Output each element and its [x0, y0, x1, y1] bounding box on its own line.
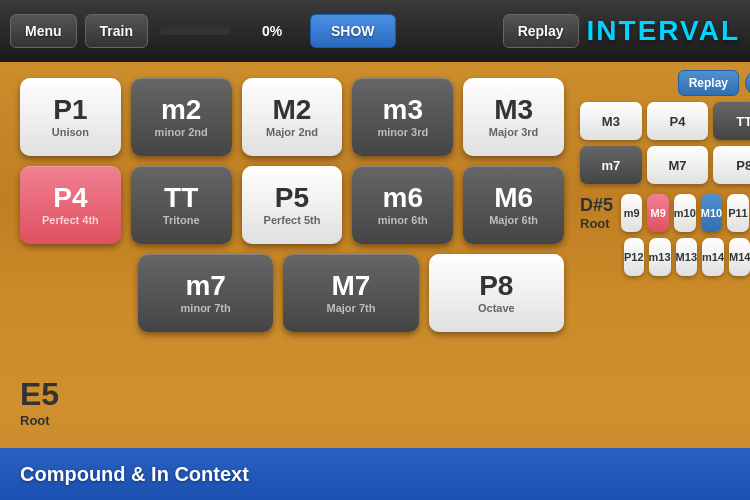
replay-button-top[interactable]: Replay	[503, 14, 579, 48]
small-btn-m10[interactable]: m10	[674, 194, 696, 232]
root-text: Root	[20, 413, 59, 428]
small-btn-P8[interactable]: P8	[713, 146, 750, 184]
interval-btn-P8[interactable]: P8 Octave	[429, 254, 564, 332]
interval-sub-label: Major 6th	[489, 214, 538, 226]
small-row-3: m9 M9 m10 M10 P11 A11	[621, 194, 750, 232]
small-btn-m13[interactable]: m13	[649, 238, 671, 276]
root-note: E5	[20, 376, 59, 413]
replay-button-small[interactable]: Replay	[678, 70, 739, 96]
interval-btn-m3[interactable]: m3 minor 3rd	[352, 78, 453, 156]
interval-main-label: M3	[494, 96, 533, 124]
interval-btn-M7[interactable]: M7 Major 7th	[283, 254, 418, 332]
replay-help-bar: Replay ?	[580, 70, 750, 96]
main-content: P1 Unison m2 minor 2nd M2 Major 2nd m3 m…	[0, 62, 750, 448]
train-button[interactable]: Train	[85, 14, 148, 48]
interval-main-label: M7	[332, 272, 371, 300]
interval-btn-P5[interactable]: P5 Perfect 5th	[242, 166, 343, 244]
interval-row-3: m7 minor 7th M7 Major 7th P8 Octave	[20, 254, 564, 332]
small-btn-m7[interactable]: m7	[580, 146, 642, 184]
interval-btn-M6[interactable]: M6 Major 6th	[463, 166, 564, 244]
interval-row-1: P1 Unison m2 minor 2nd M2 Major 2nd m3 m…	[20, 78, 564, 156]
interval-sub-label: minor 7th	[181, 302, 231, 314]
small-row-4: P12 m13 M13 m14 M14 P15	[624, 238, 750, 276]
progress-text: 0%	[242, 23, 302, 39]
left-panel: P1 Unison m2 minor 2nd M2 Major 2nd m3 m…	[0, 62, 580, 448]
interval-sub-label: Perfect 4th	[42, 214, 99, 226]
interval-main-label: TT	[164, 184, 198, 212]
d5-root-note: D#5	[580, 195, 613, 216]
compound-label: Compound & In Context	[20, 463, 249, 486]
small-btn-M7[interactable]: M7	[647, 146, 709, 184]
small-btn-m14[interactable]: m14	[702, 238, 724, 276]
interval-title: INTERVAL	[587, 15, 740, 47]
small-btn-M13[interactable]: M13	[676, 238, 697, 276]
progress-bar-container	[160, 27, 230, 35]
interval-btn-M2[interactable]: M2 Major 2nd	[242, 78, 343, 156]
d5-root-label: D#5 Root	[580, 195, 613, 231]
small-btn-P12[interactable]: P12	[624, 238, 644, 276]
interval-sub-label: minor 2nd	[155, 126, 208, 138]
interval-sub-label: Perfect 5th	[264, 214, 321, 226]
interval-sub-label: Octave	[478, 302, 515, 314]
interval-btn-M3[interactable]: M3 Major 3rd	[463, 78, 564, 156]
interval-sub-label: Major 7th	[327, 302, 376, 314]
interval-btn-TT[interactable]: TT Tritone	[131, 166, 232, 244]
right-panel: Replay ? M3 P4 TT m7 M7 P8 D#5 Root	[580, 62, 750, 448]
interval-main-label: P8	[479, 272, 513, 300]
main-background: Menu Train 0% SHOW Replay INTERVAL P1 Un…	[0, 0, 750, 500]
interval-sub-label: Tritone	[163, 214, 200, 226]
small-btn-M14[interactable]: M14	[729, 238, 750, 276]
interval-main-label: M2	[273, 96, 312, 124]
top-bar: Menu Train 0% SHOW Replay INTERVAL	[0, 0, 750, 62]
small-btn-P4[interactable]: P4	[647, 102, 709, 140]
help-button[interactable]: ?	[745, 70, 750, 96]
interval-sub-label: minor 3rd	[377, 126, 428, 138]
small-btn-TT[interactable]: TT	[713, 102, 750, 140]
menu-button[interactable]: Menu	[10, 14, 77, 48]
interval-btn-P4[interactable]: P4 Perfect 4th	[20, 166, 121, 244]
interval-btn-m6[interactable]: m6 minor 6th	[352, 166, 453, 244]
interval-main-label: P1	[53, 96, 87, 124]
small-btn-M9[interactable]: M9	[647, 194, 668, 232]
interval-main-label: m2	[161, 96, 201, 124]
bottom-bar: Compound & In Context	[0, 448, 750, 500]
interval-sub-label: minor 6th	[378, 214, 428, 226]
interval-sub-label: Major 3rd	[489, 126, 539, 138]
show-button[interactable]: SHOW	[310, 14, 396, 48]
small-btn-m9[interactable]: m9	[621, 194, 642, 232]
small-btn-M10[interactable]: M10	[701, 194, 722, 232]
interval-main-label: m6	[383, 184, 423, 212]
interval-sub-label: Unison	[52, 126, 89, 138]
interval-main-label: P5	[275, 184, 309, 212]
interval-btn-m2[interactable]: m2 minor 2nd	[131, 78, 232, 156]
interval-main-label: M6	[494, 184, 533, 212]
interval-main-label: m3	[383, 96, 423, 124]
small-btn-P11[interactable]: P11	[727, 194, 748, 232]
interval-btn-p1[interactable]: P1 Unison	[20, 78, 121, 156]
small-btn-M3[interactable]: M3	[580, 102, 642, 140]
d5-root-text: Root	[580, 216, 613, 231]
interval-main-label: P4	[53, 184, 87, 212]
interval-main-label: m7	[185, 272, 225, 300]
interval-btn-m7[interactable]: m7 minor 7th	[138, 254, 273, 332]
interval-sub-label: Major 2nd	[266, 126, 318, 138]
root-label: E5 Root	[20, 376, 59, 428]
small-row-1: M3 P4 TT	[580, 102, 750, 140]
interval-grid: P1 Unison m2 minor 2nd M2 Major 2nd m3 m…	[20, 78, 564, 332]
interval-row-2: P4 Perfect 4th TT Tritone P5 Perfect 5th…	[20, 166, 564, 244]
small-row-2: m7 M7 P8	[580, 146, 750, 184]
